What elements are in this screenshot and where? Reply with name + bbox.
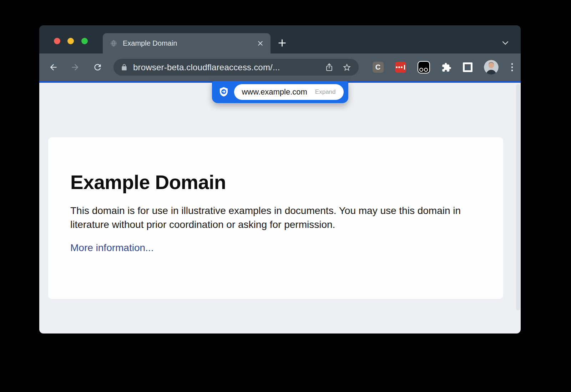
back-button[interactable] [49,62,58,72]
prompt-domain-text: www.example.com [242,87,307,97]
tab-strip: Example Domain [39,25,521,54]
window-close-button[interactable] [54,38,60,44]
extensions-puzzle-icon[interactable] [441,62,451,72]
shield-arrow-icon [218,86,229,98]
page-paragraph: This domain is for use in illustrative e… [70,204,481,231]
page-viewport: www.example.com Expand Example Domain Th… [39,83,521,334]
scrollbar-track[interactable] [515,83,521,334]
c-extension-icon[interactable]: C [373,62,384,73]
prompt-expand-button[interactable]: Expand [315,88,336,96]
remote-browser-url-prompt[interactable]: www.example.com Expand [212,81,348,103]
side-panel-icon[interactable] [463,62,473,72]
content-card: Example Domain This domain is for use in… [48,137,503,299]
address-bar[interactable]: browser-beta.cloudflareaccess.com/... [113,59,359,76]
browser-menu-icon[interactable] [510,62,515,73]
page-heading: Example Domain [70,171,481,194]
oo-extension-icon[interactable] [418,61,430,73]
tab-search-chevron-icon[interactable] [502,41,509,45]
extension-cluster: C [373,54,515,81]
reload-button[interactable] [93,62,102,72]
window-minimize-button[interactable] [67,38,74,44]
forward-button[interactable] [70,62,80,72]
new-tab-button[interactable] [278,39,287,47]
password-manager-extension-icon[interactable] [395,62,406,73]
url-text: browser-beta.cloudflareaccess.com/... [133,62,280,72]
lock-icon[interactable] [121,64,128,71]
share-icon[interactable] [325,63,334,72]
active-tab[interactable]: Example Domain [103,33,271,54]
browser-window: Example Domain [39,25,521,334]
profile-avatar[interactable] [484,60,499,75]
tab-title: Example Domain [123,39,253,47]
scrollbar-thumb[interactable] [516,84,520,310]
toolbar: browser-beta.cloudflareaccess.com/... C [39,54,521,81]
window-zoom-button[interactable] [81,38,88,44]
more-information-link[interactable]: More information... [70,242,153,254]
prompt-domain-pill[interactable]: www.example.com Expand [234,84,343,100]
globe-favicon-icon [110,40,117,47]
screenshot-background: Example Domain [0,0,571,392]
tab-close-icon[interactable] [257,40,263,46]
bookmark-star-icon[interactable] [342,63,352,72]
